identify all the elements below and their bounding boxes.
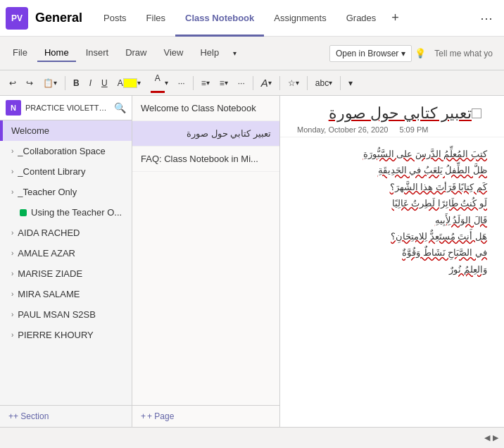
toolbar: ↩ ↪ 📋 ▾ B I U A ▾ A ▾ ··· ≡ ▾ ≡ ▾ ··· A …: [0, 70, 504, 96]
sep4: [279, 76, 280, 90]
undo-button[interactable]: ↩: [6, 76, 20, 90]
content-header: تعبير كتابي حول صورة Monday, October 26,…: [280, 96, 504, 137]
chevron-icon: ›: [11, 188, 13, 196]
font-color-box: [151, 91, 165, 93]
notebook-name: PRACTICE VIOLETTE MSAN Notebook: [25, 104, 110, 112]
add-tab-button[interactable]: +: [386, 11, 405, 25]
font-color-button[interactable]: A ▾: [147, 71, 172, 95]
font-color-label: A: [155, 73, 160, 83]
review-chevron: ▾: [296, 79, 299, 87]
lightbulb-icon: 💡: [415, 48, 426, 58]
ribbon-file[interactable]: File: [6, 44, 34, 62]
arabic-content: كتبَ المُعلِّمُ الدَّرسَ على السَّبُّورَ…: [297, 146, 487, 278]
arabic-line-4: لَو كُنتُ طَائِرًا لَطِرتُ عَالِيًا: [297, 195, 487, 211]
add-page-button[interactable]: + + Page: [132, 405, 279, 427]
page-nav-left[interactable]: ◀: [484, 433, 490, 442]
numbering-icon: ≡: [220, 78, 225, 88]
top-nav: PV General Posts Files Class Notebook As…: [0, 0, 504, 37]
spelling-button[interactable]: abc ▾: [312, 76, 336, 90]
highlight-button[interactable]: A ▾: [114, 76, 144, 90]
using-teacher-label: Using the Teacher O...: [31, 207, 122, 218]
sidebar-item-mira[interactable]: › MIRA SALAME: [0, 284, 132, 304]
page-nav-right[interactable]: ▶: [493, 433, 498, 442]
sidebar-item-teacher-only[interactable]: › _Teacher Only: [0, 182, 132, 202]
sidebar-header: N PRACTICE VIOLETTE MSAN Notebook 🔍: [0, 96, 132, 120]
sidebar-item-paul[interactable]: › PAUL MSAN S2SB: [0, 304, 132, 325]
help-chevron[interactable]: ▾: [229, 46, 241, 60]
styles-button[interactable]: A ▾: [258, 75, 275, 91]
chevron-icon: ›: [11, 331, 13, 339]
add-page-icon: +: [141, 411, 146, 421]
open-in-browser-button[interactable]: Open in Browser ▾: [329, 45, 412, 62]
tab-files[interactable]: Files: [137, 1, 175, 37]
extra-chevron[interactable]: ▾: [345, 76, 356, 90]
tab-assignments[interactable]: Assignments: [264, 1, 336, 37]
sidebar-item-marise[interactable]: › MARISE ZIADE: [0, 263, 132, 284]
bullets-button[interactable]: ≡ ▾: [198, 76, 213, 90]
spelling-chevron: ▾: [329, 79, 332, 87]
overflow-button[interactable]: ⋯: [474, 11, 498, 26]
sidebar-item-amale[interactable]: › AMALE AZAR: [0, 243, 132, 263]
highlight-chevron: ▾: [137, 79, 141, 87]
more2-button[interactable]: ···: [234, 76, 248, 90]
chevron-icon: ›: [11, 311, 13, 318]
nav-tabs: Posts Files Class Notebook Assignments G…: [94, 0, 386, 36]
pages-panel: Welcome to Class Notebook تعبير كتابي حو…: [132, 96, 280, 427]
pierre-label: PIERRE KHOURY: [18, 330, 93, 340]
tell-me-text[interactable]: Tell me what yo: [429, 46, 498, 61]
ribbon-view[interactable]: View: [157, 44, 191, 62]
green-dot: [20, 209, 27, 216]
add-section-button[interactable]: + + Section: [0, 405, 132, 427]
more-button[interactable]: ···: [175, 76, 189, 90]
ribbon-insert[interactable]: Insert: [79, 44, 116, 62]
open-browser-chevron: ▾: [401, 49, 405, 58]
collab-label: _Collaboration Space: [18, 146, 105, 156]
tab-class-notebook[interactable]: Class Notebook: [175, 1, 264, 37]
chevron-icon: ›: [11, 270, 13, 278]
sidebar-item-using-teacher[interactable]: Using the Teacher O...: [0, 202, 132, 223]
arabic-line-8: وَالعِلمُ نُورٌ: [297, 261, 487, 278]
sidebar-item-aida[interactable]: › AIDA RACHED: [0, 223, 132, 243]
sidebar-item-content-library[interactable]: › _Content Library: [0, 161, 132, 182]
page-item-faq[interactable]: FAQ: Class Notebook in Mi...: [132, 147, 279, 172]
sep5: [307, 76, 308, 90]
search-icon[interactable]: 🔍: [114, 102, 126, 113]
tab-posts[interactable]: Posts: [94, 1, 137, 37]
clipboard-button[interactable]: 📋 ▾: [39, 76, 61, 90]
redo-button[interactable]: ↪: [23, 76, 37, 90]
sidebar-item-pierre[interactable]: › PIERRE KHOURY: [0, 325, 132, 345]
ribbon: File Home Insert Draw View Help ▾ Open i…: [0, 37, 504, 70]
chevron-icon: ›: [11, 290, 13, 298]
ribbon-draw[interactable]: Draw: [118, 44, 153, 62]
underline-button[interactable]: U: [98, 76, 111, 90]
ribbon-home[interactable]: Home: [37, 44, 76, 62]
bold-button[interactable]: B: [70, 76, 83, 90]
highlight-label: A: [118, 78, 123, 88]
page-checkbox[interactable]: [472, 108, 481, 118]
chevron-icon: ›: [11, 168, 13, 175]
page-item-arabic[interactable]: تعبير كتابي حول صورة: [132, 121, 279, 147]
content-body[interactable]: كتبَ المُعلِّمُ الدَّرسَ على السَّبُّورَ…: [280, 137, 504, 427]
sep3: [253, 76, 253, 90]
aida-label: AIDA RACHED: [18, 228, 80, 238]
ribbon-help[interactable]: Help: [193, 44, 226, 62]
numbering-button[interactable]: ≡ ▾: [216, 76, 232, 90]
page-item-welcome[interactable]: Welcome to Class Notebook: [132, 96, 279, 121]
chevron-icon: ›: [11, 229, 13, 237]
font-color-chevron: ▾: [165, 79, 168, 87]
welcome-label: Welcome: [11, 125, 49, 136]
page-nav: ◀ ▶: [484, 433, 498, 442]
italic-button[interactable]: I: [86, 76, 95, 90]
styles-chevron: ▾: [268, 79, 272, 87]
sidebar-item-collaboration[interactable]: › _Collaboration Space: [0, 141, 132, 161]
chevron-icon: ›: [11, 147, 13, 155]
amale-label: AMALE AZAR: [18, 248, 75, 259]
app-icon: PV: [6, 7, 28, 30]
mira-label: MIRA SALAME: [18, 289, 80, 299]
review-button[interactable]: ☆ ▾: [284, 76, 303, 90]
tab-grades[interactable]: Grades: [336, 1, 386, 37]
notebook-icon: N: [6, 100, 21, 116]
arabic-line-3: كَم كِتابًا قَرَأتَ هذا الشَّهرَ؟: [297, 179, 487, 195]
add-page-label: + Page: [147, 411, 174, 421]
sidebar-item-welcome[interactable]: Welcome: [0, 120, 132, 141]
